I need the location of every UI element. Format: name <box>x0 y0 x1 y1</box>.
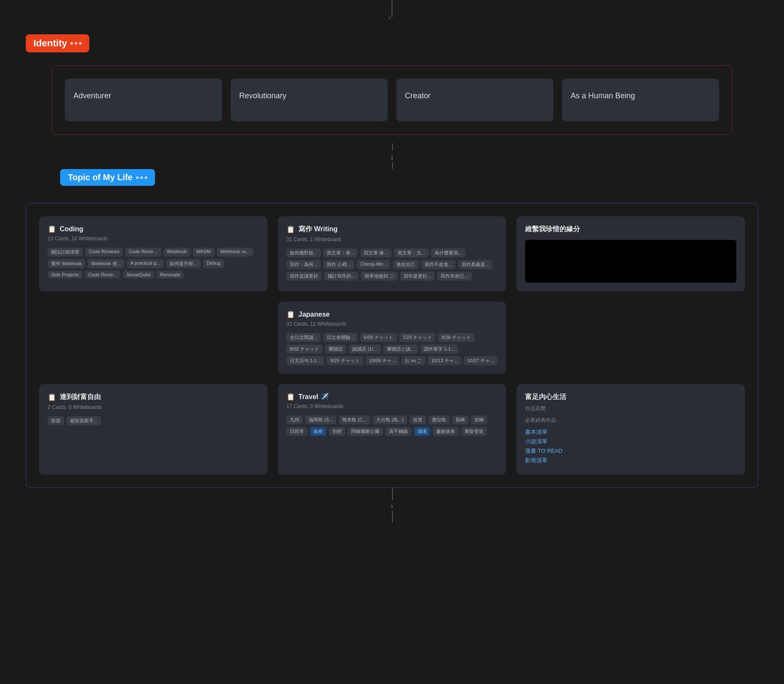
writing-meta: 31 Cards, 1 Whiteboard <box>286 236 498 242</box>
tag[interactable]: Side Projects <box>48 271 82 278</box>
tag[interactable]: 10/13 チャ... <box>428 356 461 365</box>
special-card-image <box>525 240 736 283</box>
tag[interactable]: 腦計寫作的... <box>324 272 359 281</box>
tag[interactable]: 大分島 (島...) <box>373 415 407 424</box>
tag[interactable]: 8/26 チャット <box>438 333 474 342</box>
tag[interactable]: 阿蘇國家公園 <box>348 427 383 436</box>
writing-icon: 📋 <box>286 225 295 233</box>
tag[interactable]: 網設計師清單 <box>48 248 83 257</box>
tag[interactable]: 寫作 心裡... <box>323 260 354 269</box>
tag[interactable]: 審聴語 <box>325 345 346 354</box>
tag[interactable]: 9/25 チャット <box>327 356 363 365</box>
card-coding[interactable]: 📋 Coding 15 Cards, 16 Whiteboards 網設計師清單… <box>39 216 267 291</box>
topic-cards-outer: 📋 Coding 15 Cards, 16 Whiteboards 網設計師清單… <box>26 203 758 488</box>
rich-link-books[interactable]: 書本清單 <box>525 428 736 436</box>
card-travel[interactable]: 📋 Travel ✈️ 17 Cards, 0 Whiteboards 九州 福… <box>278 384 506 475</box>
tag[interactable]: 鹿兒島 <box>428 415 450 424</box>
card-writing[interactable]: 📋 寫作 Writing 31 Cards, 1 Whiteboard 如何應對… <box>278 216 506 291</box>
identity-card-label-human: As a Human Being <box>571 91 635 100</box>
tag[interactable]: 實作 Webhook <box>48 259 85 268</box>
tag[interactable]: 投資 <box>48 416 64 425</box>
japanese-tags: 全日文閱讀... 日文各體驗... 6/09 チャット 7/23 チャット 8/… <box>286 333 498 365</box>
bottom-connector: ↓ <box>0 488 784 522</box>
tag[interactable]: 如何提升程... <box>166 259 201 268</box>
tag[interactable]: 佐賀 <box>410 415 426 424</box>
tag[interactable]: Renovate <box>157 271 184 278</box>
tag[interactable]: 超投資新手... <box>67 416 101 425</box>
tag[interactable]: 寫作不是進... <box>421 260 456 269</box>
tag[interactable]: 全日文閱讀... <box>286 333 321 342</box>
connector-spacer-1: ↓ <box>0 143 784 169</box>
card-japanese[interactable]: 📋 Japanese 32 Cards, 11 Whiteboards 全日文閱… <box>278 302 506 374</box>
tag[interactable]: 寫作是讓更好 <box>286 272 322 281</box>
tag[interactable]: 寫作：為何... <box>286 260 321 269</box>
card-special-connection[interactable]: 維繫我珍惜的緣分 <box>517 216 745 291</box>
tag[interactable]: 熊本島 (C... <box>339 415 370 424</box>
tag[interactable]: 7/23 チャット <box>399 333 435 342</box>
rich-card-meta: 作品高覽 <box>525 405 736 412</box>
tag[interactable]: 趣旅旅本 <box>433 427 459 436</box>
rich-card-title: 富足內心生活 <box>525 393 736 402</box>
tag[interactable]: 寫作本身已... <box>437 272 471 281</box>
tag[interactable]: Webhook 使... <box>88 259 125 268</box>
tag[interactable]: Webhook vs... <box>217 248 254 257</box>
topic-badge[interactable]: Topic of My Life <box>60 169 155 186</box>
tag[interactable]: 6/09 チャット <box>360 333 396 342</box>
tag[interactable]: Debug <box>203 259 224 268</box>
tag[interactable]: お vs ご <box>401 356 425 365</box>
tag[interactable]: Code Revie... <box>125 248 161 257</box>
tag[interactable]: 為什麼要寫... <box>431 248 465 257</box>
tag[interactable]: 寫作真義是... <box>458 260 492 269</box>
tag[interactable]: 過友自己 <box>393 260 419 269</box>
identity-card-label-revolutionary: Revolutionary <box>239 91 286 100</box>
identity-cards-container: Adventurer Revolutionary Creator As a Hu… <box>52 65 732 135</box>
rich-link-manga[interactable]: 漫畫 TO READ <box>525 447 736 455</box>
tag[interactable]: 寫作是更好... <box>400 272 435 281</box>
identity-card-label-creator: Creator <box>405 91 431 100</box>
tag[interactable]: 日文語句 1-1... <box>286 356 324 365</box>
tag[interactable]: 寫文章：允... <box>394 248 428 257</box>
tag[interactable]: 讀外筆字 1-1... <box>420 345 458 354</box>
tag[interactable]: 別府 <box>329 427 345 436</box>
identity-card-revolutionary[interactable]: Revolutionary <box>231 79 388 121</box>
tag[interactable]: 寫文章 身... <box>360 248 391 257</box>
tag[interactable]: 長崎 <box>452 415 468 424</box>
tag[interactable]: 福岡島 (S... <box>305 415 336 424</box>
tag[interactable]: 審聴語と讀... <box>383 345 418 354</box>
tag[interactable]: 10/27 チャ... <box>464 356 497 365</box>
tag[interactable]: 日文各體驗... <box>323 333 358 342</box>
identity-card-adventurer[interactable]: Adventurer <box>65 79 222 121</box>
tag[interactable]: 寫文章：身... <box>323 248 358 257</box>
tag[interactable]: Cheng-We... <box>357 260 390 269</box>
topic-dot-3 <box>145 176 147 179</box>
tag[interactable]: 10/06 チャ... <box>366 356 399 365</box>
tag-highlight[interactable]: 清境 <box>414 427 430 436</box>
tag[interactable]: 高千穗鎮 <box>386 427 411 436</box>
identity-card-creator[interactable]: Creator <box>396 79 553 121</box>
tag[interactable]: 九州 <box>286 415 303 424</box>
tag[interactable]: 東取登室 <box>461 427 487 436</box>
tag[interactable]: Code Reviews <box>85 248 123 257</box>
arrow-down-icon-2: ↓ <box>388 500 397 511</box>
card-japanese-header: 📋 Japanese <box>286 310 498 318</box>
rich-link-novels[interactable]: 小說清單 <box>525 438 736 445</box>
tag[interactable]: Code Revie... <box>85 271 121 278</box>
card-wealth[interactable]: 📋 達到財富自由 2 Cards, 0 Whiteboards 投資 超投資新手… <box>39 384 267 475</box>
tag[interactable]: A practical g... <box>127 259 164 268</box>
special-card-title: 維繫我珍惜的緣分 <box>525 225 736 234</box>
tag[interactable]: 讀讀語 (1/... <box>349 345 380 354</box>
tag-highlight[interactable]: 由布 <box>310 427 326 436</box>
tag[interactable]: 宮崎 <box>471 415 487 424</box>
card-rich-life[interactable]: 富足內心生活 作品高覽 必看經典作品 書本清單 小說清單 漫畫 TO READ … <box>517 384 745 475</box>
tag[interactable]: 9/02 チャット <box>286 345 322 354</box>
tag[interactable]: SonarQube <box>123 271 154 278</box>
identity-card-human[interactable]: As a Human Being <box>562 79 719 121</box>
tag[interactable]: Webhook <box>164 248 190 257</box>
identity-badge[interactable]: Identity <box>26 34 89 52</box>
tag[interactable]: 如何應對批... <box>286 248 321 257</box>
tag[interactable]: WASM <box>193 248 214 257</box>
tag[interactable]: 簡單地做到 ご <box>361 272 398 281</box>
rich-link-movies[interactable]: 影視清單 <box>525 457 736 464</box>
wealth-tags: 投資 超投資新手... <box>48 416 259 425</box>
tag[interactable]: 日田市 <box>286 427 307 436</box>
